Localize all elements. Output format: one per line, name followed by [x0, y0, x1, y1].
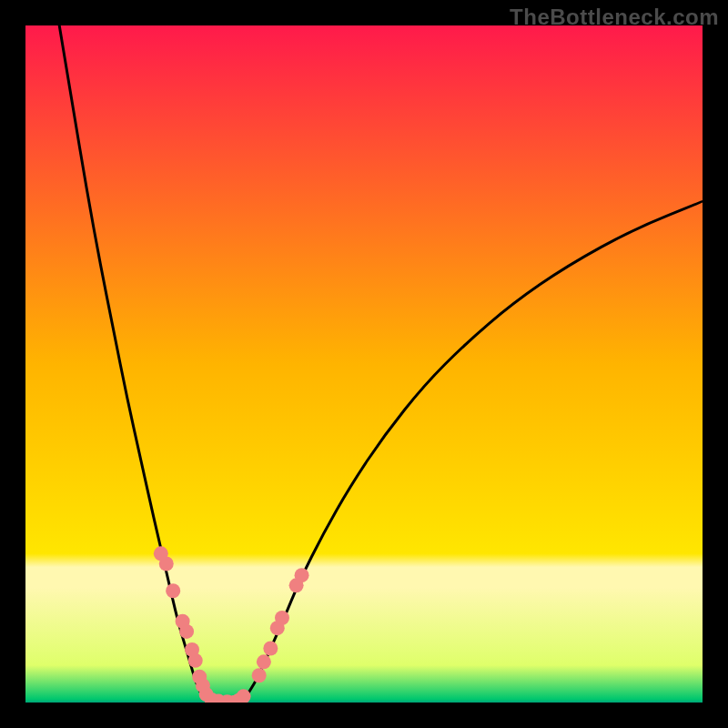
datapoint-marker — [295, 568, 309, 582]
datapoint-marker — [179, 624, 194, 639]
bottleneck-chart — [25, 25, 703, 703]
datapoint-marker — [252, 668, 267, 682]
datapoint-marker — [275, 611, 289, 625]
datapoint-marker — [159, 556, 174, 571]
datapoint-marker — [166, 583, 180, 598]
chart-frame: TheBottleneck.com — [0, 0, 728, 728]
datapoint-marker — [257, 654, 271, 669]
gradient-background — [25, 25, 703, 703]
datapoint-marker — [263, 641, 278, 655]
datapoint-marker — [188, 653, 203, 668]
